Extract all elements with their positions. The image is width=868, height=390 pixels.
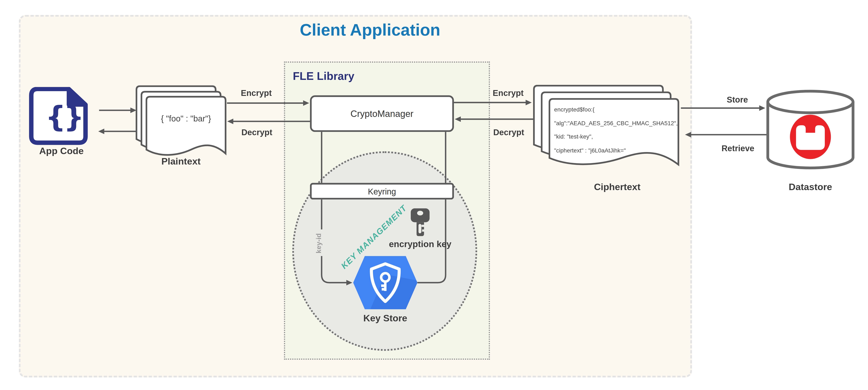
plaintext-label: Plaintext xyxy=(142,156,220,167)
ciphertext-line: "ciphertext" : "j6L0aAtJihk=" xyxy=(554,143,679,157)
key-store-icon xyxy=(353,254,417,311)
key-id-label: key-id xyxy=(315,224,328,263)
datastore-icon xyxy=(766,88,855,179)
ciphertext-line: encrypted$foo:{ xyxy=(554,103,679,116)
encrypt-right-label: Encrypt xyxy=(486,88,530,98)
keyring-label: Keyring xyxy=(368,187,396,196)
encrypt-left-label: Encrypt xyxy=(234,88,278,98)
datastore-label: Datastore xyxy=(772,182,849,193)
app-code-label: App Code xyxy=(28,146,95,157)
ciphertext-line: "alg":"AEAD_AES_256_CBC_HMAC_SHA512", xyxy=(554,116,679,130)
svg-text:{: { xyxy=(45,100,66,134)
plaintext-content: { "foo" : "bar"} xyxy=(146,114,226,123)
ciphertext-line: "kid: "test-key", xyxy=(554,130,679,143)
keyring-node: Keyring xyxy=(310,183,454,199)
plaintext-page-front-icon xyxy=(146,96,229,163)
encryption-key-label: encryption key xyxy=(387,239,453,250)
key-store-label: Key Store xyxy=(352,313,418,324)
page-title: Client Application xyxy=(222,21,518,39)
decrypt-right-label: Decrypt xyxy=(487,128,531,137)
svg-text:}: } xyxy=(64,100,84,134)
crypto-manager-label: CryptoManager xyxy=(350,108,413,119)
retrieve-label: Retrieve xyxy=(710,143,766,153)
encryption-key-icon xyxy=(410,207,431,237)
store-label: Store xyxy=(715,95,760,104)
ciphertext-content: encrypted$foo:{ "alg":"AEAD_AES_256_CBC_… xyxy=(554,103,679,157)
fle-library-label: FLE Library xyxy=(293,70,354,83)
app-code-icon: { } xyxy=(29,87,94,145)
ciphertext-label: Ciphertext xyxy=(579,182,656,193)
crypto-manager-node: CryptoManager xyxy=(310,95,454,132)
decrypt-left-label: Decrypt xyxy=(235,128,279,137)
diagram-canvas: Client Application FLE Library xyxy=(0,0,868,390)
